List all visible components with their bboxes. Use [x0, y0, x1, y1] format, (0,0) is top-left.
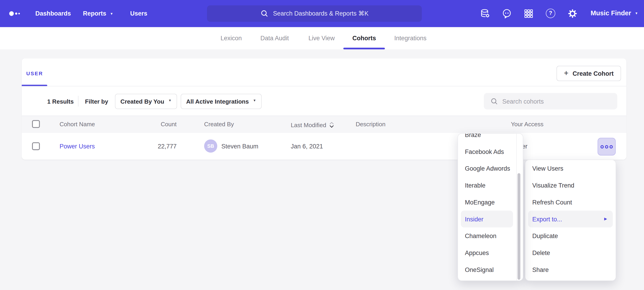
menu-item-appcues[interactable]: Appcues — [458, 244, 523, 261]
tab-cohorts[interactable]: Cohorts — [352, 35, 376, 42]
cohorts-panel: USER Create Cohort 1 Results Filter by C… — [22, 58, 626, 160]
top-navigation-bar: Dashboards Reports Users Search Dashboar… — [0, 0, 644, 27]
active-tab-indicator — [344, 48, 385, 49]
search-icon — [260, 9, 268, 18]
menu-item-google-adwords[interactable]: Google Adwords — [458, 160, 523, 177]
tab-lexicon[interactable]: Lexicon — [220, 35, 242, 42]
select-all-checkbox[interactable] — [32, 120, 40, 128]
app-viewport: Dashboards Reports Users Search Dashboar… — [0, 0, 644, 290]
submenu-scrollbar[interactable] — [518, 173, 520, 280]
filter-created-by-dropdown[interactable]: Created By You — [115, 94, 177, 109]
sort-icon[interactable] — [330, 122, 334, 128]
menu-item-refresh-count[interactable]: Refresh Count — [525, 194, 616, 211]
divider — [22, 86, 626, 86]
divider — [78, 96, 78, 107]
export-destinations-submenu: Braze Facebook Ads Google Adwords Iterab… — [458, 133, 523, 281]
ellipsis-icon — [600, 145, 604, 148]
menu-item-onesignal[interactable]: OneSignal — [458, 261, 523, 278]
table-header-row: Cohort Name Count Created By Last Modifi… — [22, 115, 626, 133]
menu-item-share[interactable]: Share — [525, 261, 616, 278]
column-header-count[interactable]: Count — [140, 121, 176, 128]
submenu-arrow-icon: ▶ — [604, 211, 607, 228]
table-row[interactable]: Power Users 22,777 SB Steven Baum Jan 6,… — [22, 133, 626, 160]
cohort-name-link[interactable]: Power Users — [60, 143, 95, 150]
row-context-menu: View Users Visualize Trend Refresh Count… — [525, 160, 616, 281]
global-search-placeholder: Search Dashboards & Reports ⌘K — [273, 10, 368, 17]
global-search-bar[interactable]: Search Dashboards & Reports ⌘K — [207, 5, 422, 22]
menu-item-delete[interactable]: Delete — [525, 244, 616, 261]
feedback-bubble-icon[interactable] — [502, 8, 512, 19]
created-by-name: Steven Baum — [221, 143, 258, 150]
cohort-search-field[interactable] — [484, 93, 618, 109]
menu-item-iterable[interactable]: Iterable — [458, 177, 523, 194]
results-count: 1 Results — [47, 98, 74, 105]
project-selector[interactable]: Music Finder — [590, 9, 638, 17]
settings-gear-icon[interactable] — [567, 8, 578, 19]
menu-item-moengage[interactable]: MoEngage — [458, 194, 523, 211]
menu-item-view-users[interactable]: View Users — [525, 160, 616, 177]
tab-live-view[interactable]: Live View — [308, 35, 335, 42]
menu-item-duplicate[interactable]: Duplicate — [525, 228, 616, 244]
menu-item-braze[interactable]: Braze — [458, 133, 523, 143]
nav-item-reports[interactable]: Reports — [83, 10, 113, 17]
data-management-icon[interactable] — [480, 8, 490, 19]
nav-item-users[interactable]: Users — [130, 10, 147, 17]
brand-logo-icon[interactable] — [9, 11, 22, 17]
cohort-type-tab-user[interactable]: USER — [26, 71, 43, 76]
tab-data-audit[interactable]: Data Audit — [260, 35, 289, 42]
nav-item-dashboards[interactable]: Dashboards — [36, 10, 71, 17]
menu-item-insider[interactable]: Insider — [461, 211, 513, 228]
tab-integrations[interactable]: Integrations — [394, 35, 426, 42]
divider — [516, 134, 517, 281]
apps-grid-icon[interactable] — [523, 8, 534, 19]
export-destinations-list: Braze Facebook Ads Google Adwords Iterab… — [458, 133, 523, 278]
last-modified-date: Jan 6, 2021 — [291, 143, 323, 150]
context-menu-list: View Users Visualize Trend Refresh Count… — [525, 160, 616, 278]
avatar: SB — [204, 139, 218, 153]
menu-item-facebook-ads[interactable]: Facebook Ads — [458, 143, 523, 160]
menu-item-chameleon[interactable]: Chameleon — [458, 228, 523, 244]
cohort-count: 22,777 — [140, 143, 176, 150]
secondary-tab-bar: Lexicon Data Audit Live View Cohorts Int… — [0, 27, 644, 49]
column-header-last-modified[interactable]: Last Modified — [291, 121, 334, 128]
column-header-created-by[interactable]: Created By — [204, 121, 234, 128]
column-header-description[interactable]: Description — [356, 121, 385, 128]
row-checkbox[interactable] — [32, 142, 40, 150]
filter-integrations-dropdown[interactable]: All Active Integrations — [181, 94, 262, 109]
filter-by-label: Filter by — [85, 98, 108, 105]
cohort-search-input[interactable] — [502, 97, 610, 105]
menu-item-visualize-trend[interactable]: Visualize Trend — [525, 177, 616, 194]
help-icon[interactable] — [546, 8, 556, 19]
create-cohort-button[interactable]: Create Cohort — [556, 66, 621, 81]
column-header-cohort-name[interactable]: Cohort Name — [60, 121, 95, 128]
search-icon — [490, 97, 498, 105]
menu-item-export-to[interactable]: Export to... ▶ — [528, 211, 613, 228]
row-actions-button[interactable] — [598, 138, 616, 155]
column-header-your-access[interactable]: Your Access — [511, 121, 544, 128]
